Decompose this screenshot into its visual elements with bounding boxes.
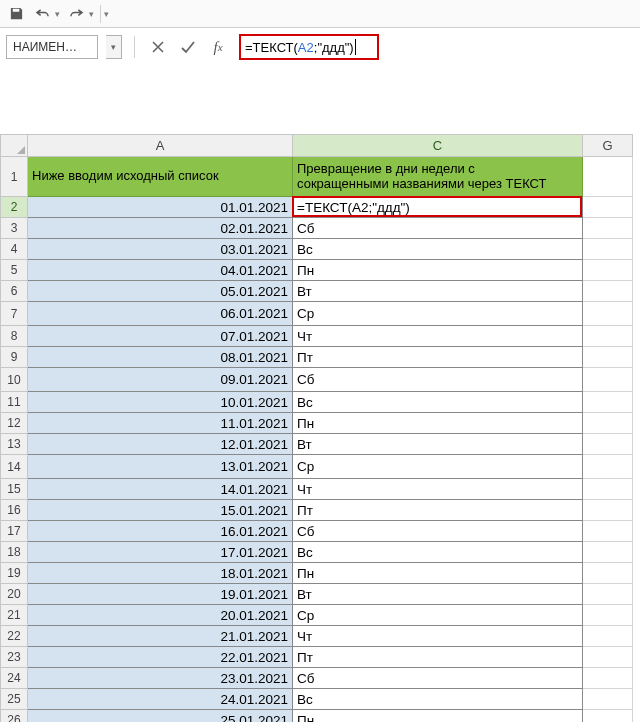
row-header[interactable]: 22 bbox=[1, 626, 28, 647]
day-cell[interactable]: Вс bbox=[293, 689, 583, 710]
row-header[interactable]: 1 bbox=[1, 157, 28, 197]
cell[interactable] bbox=[583, 347, 633, 368]
day-cell[interactable]: Пн bbox=[293, 710, 583, 723]
header-cell-C[interactable]: Превращение в дни недели с сокращенными … bbox=[293, 157, 583, 197]
cell[interactable] bbox=[583, 500, 633, 521]
date-cell[interactable]: 01.01.2021 bbox=[28, 197, 293, 218]
redo-dropdown-icon[interactable]: ▾ bbox=[89, 9, 94, 19]
cell[interactable] bbox=[583, 584, 633, 605]
qat-customize-icon[interactable]: ▾ bbox=[104, 9, 109, 19]
row-header[interactable]: 21 bbox=[1, 605, 28, 626]
cell[interactable] bbox=[583, 542, 633, 563]
day-cell[interactable]: Чт bbox=[293, 479, 583, 500]
undo-dropdown-icon[interactable]: ▾ bbox=[55, 9, 60, 19]
date-cell[interactable]: 24.01.2021 bbox=[28, 689, 293, 710]
redo-icon[interactable] bbox=[66, 4, 86, 24]
date-cell[interactable]: 02.01.2021 bbox=[28, 218, 293, 239]
date-cell[interactable]: 12.01.2021 bbox=[28, 434, 293, 455]
name-box-dropdown-icon[interactable]: ▾ bbox=[106, 35, 122, 59]
save-icon[interactable] bbox=[6, 4, 26, 24]
row-header[interactable]: 17 bbox=[1, 521, 28, 542]
day-cell[interactable]: Сб bbox=[293, 521, 583, 542]
cell[interactable] bbox=[583, 647, 633, 668]
cell[interactable] bbox=[583, 434, 633, 455]
row-header[interactable]: 24 bbox=[1, 668, 28, 689]
formula-bar-input[interactable]: =ТЕКСТ(A2;"ддд") bbox=[239, 34, 379, 60]
row-header[interactable]: 23 bbox=[1, 647, 28, 668]
day-cell[interactable]: Пт bbox=[293, 347, 583, 368]
day-cell[interactable]: Пн bbox=[293, 563, 583, 584]
date-cell[interactable]: 13.01.2021 bbox=[28, 455, 293, 479]
day-cell[interactable]: Пт bbox=[293, 647, 583, 668]
date-cell[interactable]: 06.01.2021 bbox=[28, 302, 293, 326]
cell[interactable] bbox=[583, 392, 633, 413]
day-cell[interactable]: Вт bbox=[293, 281, 583, 302]
row-header[interactable]: 3 bbox=[1, 218, 28, 239]
date-cell[interactable]: 05.01.2021 bbox=[28, 281, 293, 302]
col-header-C[interactable]: C bbox=[293, 135, 583, 157]
day-cell[interactable]: Ср bbox=[293, 455, 583, 479]
date-cell[interactable]: 21.01.2021 bbox=[28, 626, 293, 647]
cell[interactable] bbox=[583, 668, 633, 689]
header-cell-A[interactable]: Ниже вводим исходный список bbox=[28, 157, 293, 197]
row-header[interactable]: 4 bbox=[1, 239, 28, 260]
day-cell[interactable]: Пн bbox=[293, 413, 583, 434]
row-header[interactable]: 12 bbox=[1, 413, 28, 434]
cell[interactable] bbox=[583, 157, 633, 197]
name-box[interactable]: НАИМЕН… bbox=[6, 35, 98, 59]
row-header[interactable]: 2 bbox=[1, 197, 28, 218]
day-cell[interactable]: Вс bbox=[293, 542, 583, 563]
day-cell[interactable]: Вс bbox=[293, 239, 583, 260]
day-cell[interactable]: Сб bbox=[293, 668, 583, 689]
row-header[interactable]: 19 bbox=[1, 563, 28, 584]
date-cell[interactable]: 08.01.2021 bbox=[28, 347, 293, 368]
row-header[interactable]: 9 bbox=[1, 347, 28, 368]
row-header[interactable]: 16 bbox=[1, 500, 28, 521]
cell[interactable] bbox=[583, 218, 633, 239]
day-cell[interactable]: Ср bbox=[293, 302, 583, 326]
cell[interactable] bbox=[583, 626, 633, 647]
cell[interactable] bbox=[583, 281, 633, 302]
row-header[interactable]: 8 bbox=[1, 326, 28, 347]
row-header[interactable]: 6 bbox=[1, 281, 28, 302]
date-cell[interactable]: 18.01.2021 bbox=[28, 563, 293, 584]
cancel-formula-icon[interactable] bbox=[147, 36, 169, 58]
date-cell[interactable]: 19.01.2021 bbox=[28, 584, 293, 605]
date-cell[interactable]: 17.01.2021 bbox=[28, 542, 293, 563]
fx-icon[interactable]: fx bbox=[207, 36, 229, 58]
date-cell[interactable]: 23.01.2021 bbox=[28, 668, 293, 689]
date-cell[interactable]: 03.01.2021 bbox=[28, 239, 293, 260]
row-header[interactable]: 25 bbox=[1, 689, 28, 710]
day-cell[interactable]: Вт bbox=[293, 434, 583, 455]
date-cell[interactable]: 16.01.2021 bbox=[28, 521, 293, 542]
date-cell[interactable]: 14.01.2021 bbox=[28, 479, 293, 500]
cell[interactable] bbox=[583, 302, 633, 326]
cell[interactable] bbox=[583, 605, 633, 626]
cell[interactable] bbox=[583, 563, 633, 584]
day-cell[interactable]: Вт bbox=[293, 584, 583, 605]
row-header[interactable]: 14 bbox=[1, 455, 28, 479]
row-header[interactable]: 5 bbox=[1, 260, 28, 281]
row-header[interactable]: 11 bbox=[1, 392, 28, 413]
cell[interactable] bbox=[583, 413, 633, 434]
worksheet[interactable]: A C G 1Ниже вводим исходный списокПревра… bbox=[0, 134, 640, 722]
row-header[interactable]: 13 bbox=[1, 434, 28, 455]
day-cell[interactable]: Ср bbox=[293, 605, 583, 626]
col-header-G[interactable]: G bbox=[583, 135, 633, 157]
day-cell[interactable]: Пт bbox=[293, 500, 583, 521]
row-header[interactable]: 18 bbox=[1, 542, 28, 563]
cell[interactable] bbox=[583, 260, 633, 281]
date-cell[interactable]: 11.01.2021 bbox=[28, 413, 293, 434]
undo-icon[interactable] bbox=[32, 4, 52, 24]
cell[interactable] bbox=[583, 521, 633, 542]
date-cell[interactable]: 07.01.2021 bbox=[28, 326, 293, 347]
date-cell[interactable]: 04.01.2021 bbox=[28, 260, 293, 281]
cell[interactable] bbox=[583, 689, 633, 710]
day-cell[interactable]: Сб bbox=[293, 218, 583, 239]
date-cell[interactable]: 20.01.2021 bbox=[28, 605, 293, 626]
cell[interactable] bbox=[583, 455, 633, 479]
date-cell[interactable]: 10.01.2021 bbox=[28, 392, 293, 413]
row-header[interactable]: 15 bbox=[1, 479, 28, 500]
date-cell[interactable]: 25.01.2021 bbox=[28, 710, 293, 723]
day-cell[interactable]: Сб bbox=[293, 368, 583, 392]
